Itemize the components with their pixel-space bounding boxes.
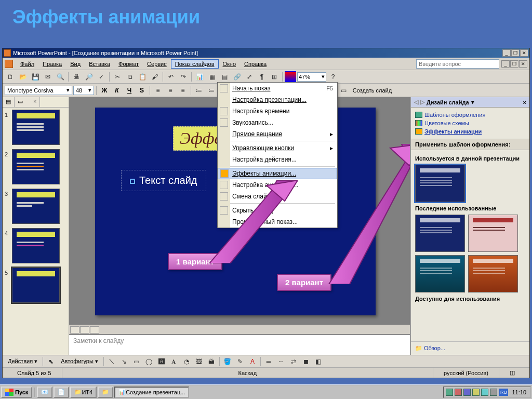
tray-icon[interactable]	[490, 389, 497, 396]
minimize-button[interactable]: _	[502, 49, 511, 57]
italic-button[interactable]: К	[111, 85, 123, 96]
open-icon[interactable]: 📂	[17, 71, 29, 83]
new-slide-icon[interactable]: ▭	[338, 85, 350, 96]
font-color2-icon[interactable]: A	[247, 356, 258, 367]
3d-style-icon[interactable]: ◧	[313, 356, 324, 367]
oval-icon[interactable]: ◯	[143, 356, 155, 367]
slide-body-placeholder[interactable]: Текст слайд	[121, 170, 206, 191]
taskbar-item[interactable]: 📁ИТ4	[70, 387, 97, 398]
doc-restore-button[interactable]: ❐	[510, 60, 518, 68]
start-button[interactable]: Пуск	[1, 387, 32, 398]
color-icon[interactable]	[285, 71, 296, 83]
tray-icon[interactable]	[446, 389, 453, 396]
autoshapes-menu[interactable]: Автофигуры ▾	[58, 358, 101, 365]
picture-icon[interactable]: 🏔	[206, 356, 217, 367]
outline-tab[interactable]: ▤	[3, 97, 15, 107]
grid-icon[interactable]: ⊞	[269, 71, 280, 83]
template-thumb[interactable]	[415, 215, 465, 252]
quicklaunch-item[interactable]: 📄	[54, 387, 69, 398]
sorter-view-icon[interactable]	[80, 326, 89, 334]
paste-icon[interactable]: 📋	[137, 71, 148, 83]
mail-icon[interactable]: ✉	[42, 71, 54, 83]
hyperlink-icon[interactable]: 🔗	[231, 71, 243, 83]
cut-icon[interactable]: ✂	[112, 71, 123, 83]
actions-menu[interactable]: Действия ▾	[5, 358, 41, 365]
diagram-icon[interactable]: ◔	[181, 356, 192, 367]
select-icon[interactable]: ⬉	[45, 356, 57, 367]
browse-link[interactable]: 📁 Обзор...	[411, 341, 529, 355]
notes-pane[interactable]: Заметки к слайду	[69, 334, 410, 355]
format-painter-icon[interactable]: 🖌	[149, 71, 161, 83]
taskpane-close-icon[interactable]: ×	[523, 99, 526, 105]
menu-record-narration[interactable]: Звукозапись...	[218, 117, 337, 128]
menu-setup-show[interactable]: Настройка презентации...	[218, 94, 337, 105]
menu-file[interactable]: Файл	[16, 59, 38, 69]
align-right-icon[interactable]: ≡	[177, 85, 189, 96]
menu-rehearse-timing[interactable]: Настройка времени	[218, 105, 337, 117]
menu-tools[interactable]: Сервис	[143, 59, 171, 69]
slide-thumb[interactable]	[12, 110, 60, 145]
close-button[interactable]: ✕	[520, 49, 528, 57]
menu-window[interactable]: Окно	[219, 59, 241, 69]
menu-insert[interactable]: Вставка	[85, 59, 114, 69]
template-thumb[interactable]	[468, 255, 518, 292]
spell-icon[interactable]: ✓	[96, 71, 107, 83]
help-search-input[interactable]	[416, 59, 499, 69]
status-extra-icon[interactable]: ◫	[499, 368, 525, 378]
template-thumb[interactable]	[468, 215, 518, 252]
link-color-schemes[interactable]: Цветовые схемы	[415, 119, 525, 127]
slide-thumb[interactable]	[12, 189, 60, 224]
search-icon[interactable]: 🔍	[55, 71, 66, 83]
fill-color-icon[interactable]: 🪣	[222, 356, 233, 367]
show-formatting-icon[interactable]: ¶	[256, 71, 268, 83]
taskbar-item-active[interactable]: 📊Создание презентац...	[114, 387, 189, 398]
arrow-style-icon[interactable]: ⇄	[288, 356, 299, 367]
clipart-icon[interactable]: 🖼	[193, 356, 205, 367]
save-icon[interactable]: 💾	[30, 71, 41, 83]
menu-edit[interactable]: Правка	[38, 59, 66, 69]
link-animation-effects[interactable]: Эффекты анимации	[415, 127, 525, 136]
slide-thumb[interactable]	[12, 149, 60, 184]
shadow-style-icon[interactable]: ◼	[300, 356, 312, 367]
link-templates[interactable]: Шаблоны оформления	[415, 111, 525, 119]
dash-style-icon[interactable]: ┄	[275, 356, 287, 367]
line-style-icon[interactable]: ═	[263, 356, 274, 367]
shadow-button[interactable]: S	[136, 85, 148, 96]
table-icon[interactable]: ▦	[206, 71, 218, 83]
lang-indicator[interactable]: RU	[499, 389, 508, 396]
taskpane-back-icon[interactable]: ◁	[414, 99, 418, 105]
rect-icon[interactable]: ▭	[131, 356, 142, 367]
fontsize-combo[interactable]: 48▾	[73, 86, 94, 95]
bold-button[interactable]: Ж	[99, 85, 110, 96]
numbering-icon[interactable]: ≔	[193, 85, 205, 96]
slide-thumb[interactable]	[12, 268, 60, 303]
line-icon[interactable]: ＼	[106, 356, 117, 367]
copy-icon[interactable]: ⧉	[124, 71, 136, 83]
doc-minimize-button[interactable]: _	[501, 60, 510, 68]
quicklaunch-item[interactable]: 📧	[37, 387, 52, 398]
template-thumb[interactable]	[415, 255, 465, 292]
align-left-icon[interactable]: ≡	[152, 85, 164, 96]
tray-icon[interactable]	[455, 389, 462, 396]
line-color-icon[interactable]: ✎	[234, 356, 246, 367]
expand-icon[interactable]: ⤢	[244, 71, 255, 83]
print-icon[interactable]: 🖶	[71, 71, 82, 83]
zoom-combo[interactable]: 47%▾	[297, 72, 326, 82]
tables-borders-icon[interactable]: ▤	[219, 71, 230, 83]
taskpane-dropdown-icon[interactable]: ▾	[471, 99, 474, 105]
slides-tab[interactable]: ▭×	[15, 97, 40, 107]
normal-view-icon[interactable]	[70, 326, 79, 334]
restore-button[interactable]: ❐	[511, 49, 520, 57]
menu-format[interactable]: Формат	[114, 59, 143, 69]
tray-icon[interactable]	[463, 389, 471, 396]
taskpane-fwd-icon[interactable]: ▷	[420, 99, 424, 105]
new-slide-label[interactable]: Создать слайд	[351, 87, 394, 94]
align-center-icon[interactable]: ≡	[165, 85, 176, 96]
menu-broadcast[interactable]: Прямое вещание▸	[218, 128, 337, 140]
textbox-icon[interactable]: 🅰	[156, 356, 167, 367]
template-thumb[interactable]	[415, 165, 465, 202]
wordart-icon[interactable]: 𝐀	[168, 356, 180, 367]
tray-icon[interactable]	[481, 389, 488, 396]
redo-icon[interactable]: ↷	[178, 71, 189, 83]
undo-icon[interactable]: ↶	[165, 71, 177, 83]
